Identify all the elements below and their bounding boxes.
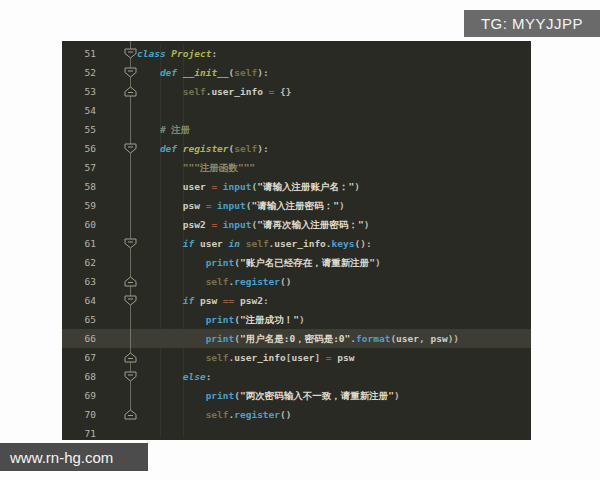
code-text: else:	[137, 367, 531, 386]
line-number: 52	[72, 63, 96, 82]
line-number: 70	[72, 405, 96, 424]
line-number: 66	[72, 329, 96, 348]
code-line[interactable]: 51class Project:	[62, 44, 531, 63]
code-line[interactable]: 67 self.user_info[user] = psw	[62, 348, 531, 367]
code-text: self.register()	[137, 272, 531, 291]
code-line[interactable]: 53 self.user_info = {}	[62, 82, 531, 101]
line-number: 63	[72, 272, 96, 291]
line-number: 59	[72, 196, 96, 215]
line-number: 55	[72, 120, 96, 139]
code-line[interactable]: 52 def __init__(self):	[62, 63, 531, 82]
editor-rows: 51class Project:52 def __init__(self):53…	[62, 44, 531, 440]
code-line[interactable]: 69 print("两次密码输入不一致，请重新注册")	[62, 386, 531, 405]
code-line[interactable]: 60 psw2 = input("请再次输入注册密码：")	[62, 215, 531, 234]
watermark-top-right-text: TG: MYYJJPP	[481, 15, 583, 32]
code-line[interactable]: 59 psw = input("请输入注册密码：")	[62, 196, 531, 215]
code-line[interactable]: 64 if psw == psw2:	[62, 291, 531, 310]
code-text: class Project:	[137, 44, 531, 63]
code-text: self.register()	[137, 405, 531, 424]
code-line[interactable]: 61 if user in self.user_info.keys():	[62, 234, 531, 253]
line-number: 64	[72, 291, 96, 310]
line-number: 67	[72, 348, 96, 367]
code-line[interactable]: 68 else:	[62, 367, 531, 386]
line-number: 57	[72, 158, 96, 177]
code-line[interactable]: 63 self.register()	[62, 272, 531, 291]
watermark-bottom-left: www.rn-hg.com	[0, 443, 148, 471]
code-line[interactable]: 71	[62, 424, 531, 440]
code-text: print("两次密码输入不一致，请重新注册")	[137, 386, 531, 405]
code-text: def register(self):	[137, 139, 531, 158]
screenshot-page: 51class Project:52 def __init__(self):53…	[0, 0, 600, 480]
line-number: 54	[72, 101, 96, 120]
line-number: 65	[72, 310, 96, 329]
line-number: 51	[72, 44, 96, 63]
line-number: 61	[72, 234, 96, 253]
code-line[interactable]: 57 """注册函数"""	[62, 158, 531, 177]
code-line[interactable]: 58 user = input("请输入注册账户名：")	[62, 177, 531, 196]
line-number: 60	[72, 215, 96, 234]
code-text: print("用户名是:0，密码是:0".format(user, psw))	[137, 329, 531, 348]
code-text: def __init__(self):	[137, 63, 531, 82]
fold-gutter	[96, 424, 137, 440]
line-number: 62	[72, 253, 96, 272]
code-text: self.user_info = {}	[137, 82, 531, 101]
code-text: print("账户名已经存在，请重新注册")	[137, 253, 531, 272]
code-line[interactable]: 70 self.register()	[62, 405, 531, 424]
code-editor[interactable]: 51class Project:52 def __init__(self):53…	[62, 41, 531, 440]
line-number: 69	[72, 386, 96, 405]
line-number: 68	[72, 367, 96, 386]
watermark-top-right: TG: MYYJJPP	[464, 10, 600, 37]
line-number: 56	[72, 139, 96, 158]
code-text: if user in self.user_info.keys():	[137, 234, 531, 253]
line-number: 53	[72, 82, 96, 101]
code-text: user = input("请输入注册账户名：")	[137, 177, 531, 196]
code-line[interactable]: 62 print("账户名已经存在，请重新注册")	[62, 253, 531, 272]
code-text: psw = input("请输入注册密码：")	[137, 196, 531, 215]
code-line[interactable]: 55 # 注册	[62, 120, 531, 139]
code-text: """注册函数"""	[137, 158, 531, 177]
code-text: print("注册成功！")	[137, 310, 531, 329]
code-text: # 注册	[137, 120, 531, 139]
watermark-bottom-left-text: www.rn-hg.com	[10, 449, 113, 466]
code-line[interactable]: 65 print("注册成功！")	[62, 310, 531, 329]
line-number: 58	[72, 177, 96, 196]
code-text: if psw == psw2:	[137, 291, 531, 310]
code-line-current[interactable]: 66 print("用户名是:0，密码是:0".format(user, psw…	[62, 329, 531, 348]
line-number: 71	[72, 424, 96, 440]
code-text: self.user_info[user] = psw	[137, 348, 531, 367]
code-line[interactable]: 54	[62, 101, 531, 120]
code-line[interactable]: 56 def register(self):	[62, 139, 531, 158]
code-text: psw2 = input("请再次输入注册密码：")	[137, 215, 531, 234]
